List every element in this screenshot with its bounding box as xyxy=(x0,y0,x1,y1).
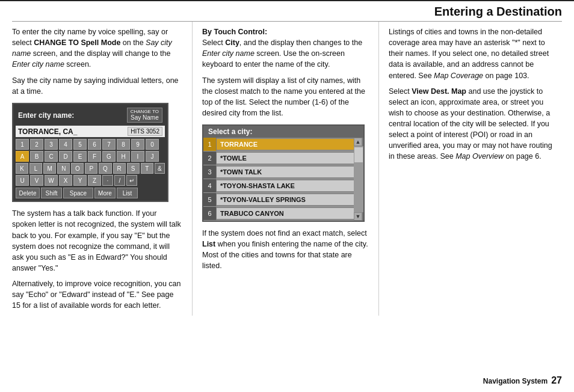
left-column: To enter the city name by voice spelling… xyxy=(12,22,193,316)
key-G[interactable]: G xyxy=(102,151,116,162)
key-U[interactable]: U xyxy=(16,175,29,186)
key-slash[interactable]: / xyxy=(114,175,125,186)
city-name-4: *TOYON-SHASTA LAKE xyxy=(217,180,354,191)
key-0[interactable]: 0 xyxy=(146,139,159,150)
city-item-3[interactable]: 3 *TOWN TALK xyxy=(203,165,354,179)
key-2[interactable]: 2 xyxy=(30,139,43,150)
talkback-para: The system has a talk back function. If … xyxy=(12,208,181,274)
touch-para2: The system will display a list of city n… xyxy=(202,75,369,119)
key-Q[interactable]: Q xyxy=(99,163,111,174)
page-footer: Navigation System 27 xyxy=(483,375,562,386)
city-name-3: *TOWN TALK xyxy=(217,167,354,177)
keyboard-input-row: TORRANCE, CA_ HITS 3052 xyxy=(16,126,165,137)
key-list[interactable]: List xyxy=(117,188,138,198)
keyboard-row-3: U V W X Y Z · / ↵ xyxy=(16,175,165,186)
right-column: Listings of cities and towns in the non-… xyxy=(379,22,554,316)
city-num-1: 1 xyxy=(203,138,217,151)
city-num-5: 5 xyxy=(203,193,217,206)
key-3[interactable]: 3 xyxy=(45,139,58,150)
key-9[interactable]: 9 xyxy=(131,139,144,150)
city-name-5: *TOYON-VALLEY SPRINGS xyxy=(217,194,354,205)
key-5[interactable]: 5 xyxy=(73,139,87,150)
page-title: Entering a Destination xyxy=(12,5,562,19)
right-para2: Select View Dest. Map and use the joysti… xyxy=(389,86,554,162)
key-4[interactable]: 4 xyxy=(59,139,72,150)
key-X[interactable]: X xyxy=(59,175,72,186)
key-more[interactable]: More xyxy=(94,188,116,198)
list-para: If the system does not find an exact mat… xyxy=(202,228,369,272)
city-item-2[interactable]: 2 *TOWLE xyxy=(203,152,354,165)
city-list-container: 1 TORRANCE 2 *TOWLE 3 *TOWN TALK 4 *TOYO… xyxy=(203,138,363,221)
key-M[interactable]: M xyxy=(43,163,56,174)
key-N[interactable]: N xyxy=(57,163,70,174)
city-select-header: Select a city: xyxy=(203,126,363,138)
say-name-button[interactable]: CHANGE TO Say Name xyxy=(127,108,162,123)
city-name-2: *TOWLE xyxy=(217,153,354,164)
key-shift[interactable]: Shift xyxy=(41,188,62,198)
scrollbar-thumb xyxy=(354,147,363,162)
key-W[interactable]: W xyxy=(45,175,58,186)
city-num-6: 6 xyxy=(203,207,217,220)
key-J[interactable]: J xyxy=(146,151,159,162)
key-K[interactable]: K xyxy=(16,163,28,174)
city-list: 1 TORRANCE 2 *TOWLE 3 *TOWN TALK 4 *TOYO… xyxy=(203,138,354,221)
key-P[interactable]: P xyxy=(85,163,97,174)
key-D[interactable]: D xyxy=(59,151,72,162)
keyboard-ui: Enter city name: CHANGE TO Say Name TORR… xyxy=(12,103,168,203)
scrollbar: ▲ ▼ xyxy=(354,138,363,221)
key-H[interactable]: H xyxy=(117,151,130,162)
key-dot[interactable]: · xyxy=(102,175,113,186)
footer-page-num: 27 xyxy=(551,375,562,386)
key-B[interactable]: B xyxy=(30,151,43,162)
key-C[interactable]: C xyxy=(45,151,58,162)
key-enter[interactable]: ↵ xyxy=(126,175,137,186)
right-para1: Listings of cities and towns in the non-… xyxy=(389,26,554,81)
keyboard-hits: HITS 3052 xyxy=(128,127,162,136)
keyboard-header: Enter city name: CHANGE TO Say Name xyxy=(16,106,165,124)
city-name-6: TRABUCO CANYON xyxy=(217,208,354,219)
key-6[interactable]: 6 xyxy=(88,139,101,150)
keyboard-footer: Delete Shift Space More List xyxy=(16,188,165,198)
key-E[interactable]: E xyxy=(73,151,87,162)
keyboard-row-1: A B C D E F G H I J xyxy=(16,151,165,162)
city-item-6[interactable]: 6 TRABUCO CANYON xyxy=(203,207,354,221)
key-L[interactable]: L xyxy=(29,163,42,174)
key-8[interactable]: 8 xyxy=(117,139,130,150)
touch-control-label: By Touch Control: xyxy=(202,28,267,36)
city-select-ui: Select a city: 1 TORRANCE 2 *TOWLE 3 *TO… xyxy=(202,124,365,222)
say-city-para: Say the city name by saying individual l… xyxy=(12,75,181,97)
scrollbar-up[interactable]: ▲ xyxy=(354,138,362,146)
key-1[interactable]: 1 xyxy=(16,139,29,150)
key-space[interactable]: Space xyxy=(63,188,93,198)
keyboard-letter-rows: A B C D E F G H I J K L M N O P xyxy=(16,151,165,186)
key-V[interactable]: V xyxy=(30,175,43,186)
voice-para: Alternatively, to improve voice recognit… xyxy=(12,278,181,311)
key-S[interactable]: S xyxy=(127,163,140,174)
scrollbar-down[interactable]: ▼ xyxy=(354,212,362,221)
keyboard-row-2: K L M N O P Q R S T & xyxy=(16,163,165,174)
key-F[interactable]: F xyxy=(88,151,101,162)
city-num-3: 3 xyxy=(203,165,217,179)
city-item-5[interactable]: 5 *TOYON-VALLEY SPRINGS xyxy=(203,193,354,207)
scrollbar-track xyxy=(354,146,363,212)
city-num-4: 4 xyxy=(203,179,217,192)
keyboard-input-text: TORRANCE, CA_ xyxy=(18,127,77,136)
key-O[interactable]: O xyxy=(71,163,84,174)
key-R[interactable]: R xyxy=(113,163,126,174)
middle-column: By Touch Control: Select City, and the d… xyxy=(193,22,379,316)
keyboard-numrow: 1 2 3 4 5 6 7 8 9 0 xyxy=(16,139,165,150)
touch-control-header: By Touch Control: Select City, and the d… xyxy=(202,26,369,70)
page-header: Entering a Destination xyxy=(0,0,574,21)
key-amp[interactable]: & xyxy=(155,163,165,174)
key-A[interactable]: A xyxy=(16,151,29,162)
key-I[interactable]: I xyxy=(131,151,144,162)
city-num-2: 2 xyxy=(203,152,217,165)
key-Y[interactable]: Y xyxy=(73,175,87,186)
key-7[interactable]: 7 xyxy=(102,139,116,150)
key-T[interactable]: T xyxy=(141,163,153,174)
key-delete[interactable]: Delete xyxy=(16,188,40,198)
key-Z[interactable]: Z xyxy=(88,175,101,186)
city-item-1[interactable]: 1 TORRANCE xyxy=(203,138,354,152)
city-item-4[interactable]: 4 *TOYON-SHASTA LAKE xyxy=(203,179,354,193)
keyboard-title: Enter city name: xyxy=(18,111,74,120)
